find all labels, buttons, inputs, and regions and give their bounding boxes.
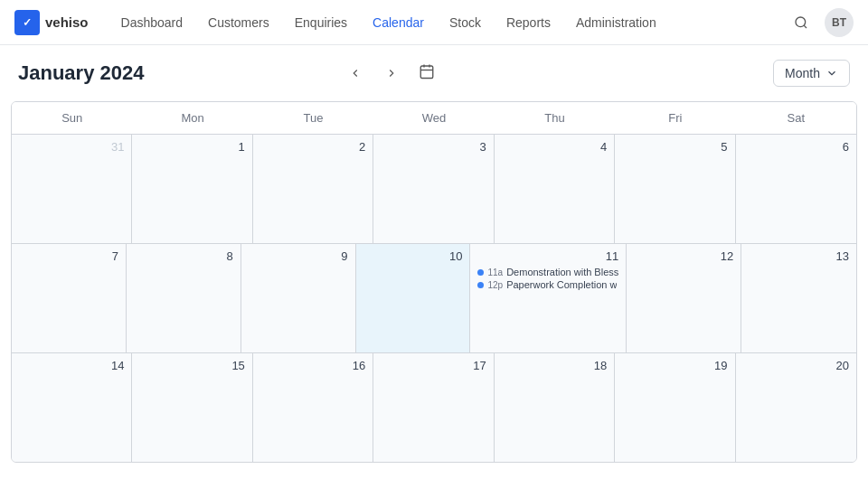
navbar: ✓ vehiso DashboardCustomersEnquiriesCale… bbox=[0, 0, 868, 45]
calendar-cell[interactable]: 2 bbox=[253, 135, 373, 243]
day-header-thu: Thu bbox=[495, 102, 615, 134]
calendar-cell[interactable]: 3 bbox=[373, 135, 494, 243]
calendar-cell[interactable]: 17 bbox=[373, 353, 494, 462]
calendar-cell[interactable]: 6 bbox=[736, 135, 856, 243]
calendar-weeks: 31123456789101111aDemonstration with Ble… bbox=[12, 135, 856, 462]
chevron-down-icon bbox=[826, 67, 838, 80]
avatar[interactable]: BT bbox=[825, 8, 854, 37]
cell-date: 19 bbox=[622, 359, 727, 372]
event-dot bbox=[477, 282, 484, 288]
week-row: 789101111aDemonstration with Bless12pPap… bbox=[12, 244, 856, 353]
day-header-tue: Tue bbox=[253, 102, 373, 134]
calendar-cell[interactable]: 14 bbox=[12, 353, 132, 462]
today-button[interactable] bbox=[415, 60, 439, 87]
calendar-grid: SunMonTueWedThuFriSat 31123456789101111a… bbox=[11, 101, 857, 463]
cell-date: 6 bbox=[743, 140, 849, 154]
calendar-event[interactable]: 12pPaperwork Completion w bbox=[477, 279, 618, 290]
week-row: 31123456 bbox=[12, 135, 856, 244]
cell-date: 1 bbox=[139, 140, 244, 154]
cell-date: 18 bbox=[502, 359, 607, 372]
search-button[interactable] bbox=[787, 8, 816, 37]
calendar-cell[interactable]: 10 bbox=[356, 244, 471, 352]
nav-link-customers[interactable]: Customers bbox=[197, 10, 280, 35]
calendar-cell[interactable]: 18 bbox=[495, 353, 615, 462]
day-header-wed: Wed bbox=[373, 102, 494, 134]
nav-actions: BT bbox=[787, 8, 854, 37]
day-header-mon: Mon bbox=[132, 102, 252, 134]
nav-link-dashboard[interactable]: Dashboard bbox=[110, 10, 194, 35]
day-header-sat: Sat bbox=[736, 102, 856, 134]
cell-date: 8 bbox=[134, 249, 233, 263]
calendar-cell[interactable]: 16 bbox=[253, 353, 373, 462]
calendar-cell[interactable]: 12 bbox=[627, 244, 741, 352]
cell-date: 13 bbox=[749, 249, 849, 263]
cell-date: 12 bbox=[634, 249, 733, 263]
cell-date: 17 bbox=[381, 359, 486, 372]
svg-rect-2 bbox=[420, 66, 433, 79]
nav-link-administration[interactable]: Administration bbox=[565, 10, 667, 35]
calendar-title: January 2024 bbox=[18, 61, 332, 85]
event-time: 11a bbox=[487, 267, 503, 277]
calendar-cell[interactable]: 7 bbox=[12, 244, 127, 352]
logo[interactable]: ✓ vehiso bbox=[14, 10, 89, 35]
cell-date: 7 bbox=[19, 249, 118, 263]
event-dot bbox=[477, 269, 484, 276]
calendar-wrap: SunMonTueWedThuFriSat 31123456789101111a… bbox=[0, 101, 868, 474]
cell-date: 20 bbox=[743, 359, 849, 372]
nav-link-stock[interactable]: Stock bbox=[439, 10, 492, 35]
cell-date: 5 bbox=[622, 140, 727, 154]
cell-date: 15 bbox=[139, 359, 244, 372]
cell-date: 4 bbox=[502, 140, 607, 154]
event-time: 12p bbox=[487, 280, 503, 290]
calendar-cell[interactable]: 19 bbox=[615, 353, 735, 462]
nav-link-enquiries[interactable]: Enquiries bbox=[284, 10, 358, 35]
svg-point-0 bbox=[796, 17, 806, 27]
cell-date: 31 bbox=[19, 140, 124, 154]
calendar-cell[interactable]: 9 bbox=[241, 244, 356, 352]
cell-date: 9 bbox=[249, 249, 348, 263]
calendar-cell[interactable]: 4 bbox=[495, 135, 615, 243]
prev-month-button[interactable] bbox=[343, 61, 368, 86]
logo-icon: ✓ bbox=[14, 10, 40, 35]
calendar-event[interactable]: 11aDemonstration with Bless bbox=[477, 267, 618, 277]
calendar-cell[interactable]: 15 bbox=[132, 353, 252, 462]
calendar-header: January 2024 Month bbox=[0, 45, 868, 101]
cell-date: 16 bbox=[260, 359, 365, 372]
view-select-label: Month bbox=[785, 66, 820, 80]
day-header-sun: Sun bbox=[12, 102, 132, 134]
calendar-cell[interactable]: 1111aDemonstration with Bless12pPaperwor… bbox=[470, 244, 627, 352]
svg-line-1 bbox=[804, 25, 807, 28]
logo-icon-text: ✓ bbox=[23, 16, 32, 29]
calendar-cell[interactable]: 20 bbox=[736, 353, 856, 462]
calendar-cell[interactable]: 1 bbox=[132, 135, 252, 243]
cell-date: 3 bbox=[381, 140, 486, 154]
nav-links: DashboardCustomersEnquiriesCalendarStock… bbox=[110, 10, 787, 35]
cell-date: 14 bbox=[19, 359, 124, 372]
calendar-cell[interactable]: 8 bbox=[127, 244, 241, 352]
event-title: Demonstration with Bless bbox=[506, 267, 618, 277]
calendar-cell[interactable]: 5 bbox=[615, 135, 735, 243]
days-header: SunMonTueWedThuFriSat bbox=[12, 102, 856, 135]
nav-link-reports[interactable]: Reports bbox=[495, 10, 561, 35]
calendar-cell[interactable]: 31 bbox=[12, 135, 132, 243]
event-title: Paperwork Completion w bbox=[506, 279, 617, 290]
calendar-cell[interactable]: 13 bbox=[741, 244, 856, 352]
cell-date: 2 bbox=[260, 140, 365, 154]
view-select[interactable]: Month bbox=[773, 60, 850, 87]
logo-text: vehiso bbox=[45, 14, 89, 30]
week-row: 14151617181920 bbox=[12, 353, 856, 462]
day-header-fri: Fri bbox=[615, 102, 735, 134]
cell-date: 10 bbox=[363, 249, 463, 263]
cell-date: 11 bbox=[477, 249, 618, 263]
next-month-button[interactable] bbox=[379, 61, 404, 86]
nav-link-calendar[interactable]: Calendar bbox=[362, 10, 435, 35]
